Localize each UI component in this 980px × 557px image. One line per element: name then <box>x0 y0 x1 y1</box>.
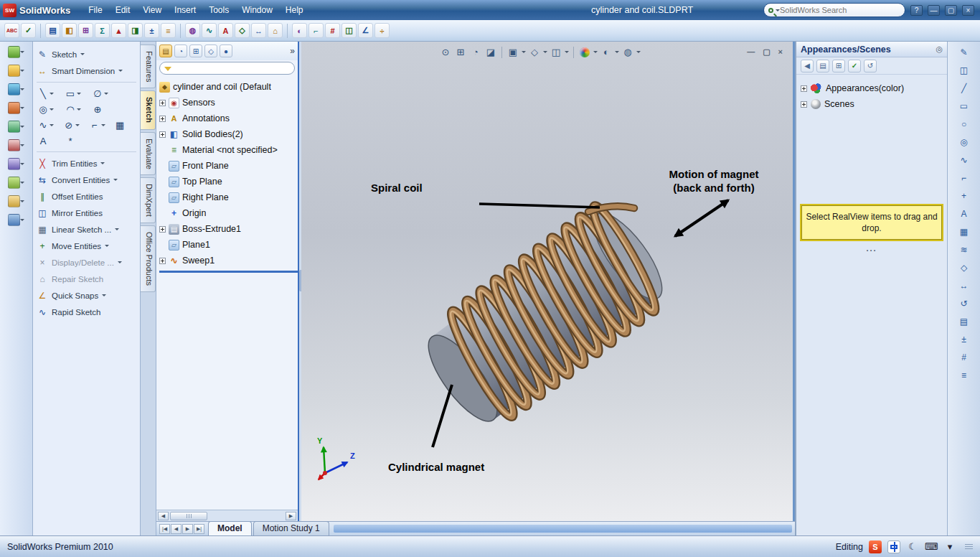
pattern-icon[interactable] <box>325 23 340 38</box>
sweep-icon[interactable] <box>202 23 217 38</box>
view-settings-button[interactable] <box>621 45 634 59</box>
minimize-button[interactable] <box>928 5 940 16</box>
document-close-button[interactable] <box>778 47 783 57</box>
sketch-tool[interactable]: Sketch <box>35 46 138 62</box>
left-toolbar-icon[interactable] <box>8 195 24 207</box>
chevron-down-icon[interactable] <box>20 107 24 111</box>
sketch-fillet-tool[interactable] <box>88 118 113 131</box>
tolerance-icon[interactable] <box>144 23 159 38</box>
ime-sogou-icon[interactable] <box>869 540 882 553</box>
left-toolbar-icon[interactable] <box>8 65 24 77</box>
appearances-node[interactable]: Appearances(color) <box>801 80 943 96</box>
tree-item-front-plane[interactable]: Front Plane <box>159 158 298 174</box>
next-tab-button[interactable] <box>182 524 193 534</box>
new-folder-icon[interactable] <box>832 60 845 72</box>
folder-icon[interactable] <box>816 60 829 72</box>
spellcheck-icon[interactable] <box>4 23 19 38</box>
ime-chinese-icon[interactable] <box>887 540 900 553</box>
model-canvas[interactable]: Spiral coil Motion of magnet (back and f… <box>301 42 795 521</box>
menu-window[interactable]: Window <box>235 2 279 18</box>
tree-horizontal-scrollbar[interactable] <box>156 510 298 521</box>
chevron-down-icon[interactable] <box>101 124 105 128</box>
toolbar-icon[interactable] <box>78 23 93 38</box>
menu-insert[interactable]: Insert <box>168 2 202 18</box>
expand-icon[interactable] <box>159 100 166 106</box>
chevron-down-icon[interactable] <box>522 51 526 55</box>
chevron-down-icon[interactable] <box>80 53 85 57</box>
tree-item-plane1[interactable]: Plane1 <box>159 237 298 253</box>
right-toolbar-icon[interactable] <box>958 225 971 238</box>
sketch-point-tool[interactable] <box>64 134 90 147</box>
display-style-button[interactable] <box>528 45 541 59</box>
right-toolbar-icon[interactable] <box>958 351 971 363</box>
edit-appearance-button[interactable] <box>578 45 591 59</box>
trim-entities-tool[interactable]: Trim Entities <box>35 155 138 172</box>
right-toolbar-icon[interactable] <box>958 333 971 345</box>
chevron-down-icon[interactable] <box>20 51 24 55</box>
scroll-right-button[interactable] <box>286 512 296 520</box>
chevron-down-icon[interactable] <box>115 228 119 233</box>
ime-moon-icon[interactable] <box>906 540 919 553</box>
section-icon[interactable] <box>292 23 307 38</box>
chevron-down-icon[interactable] <box>118 70 123 74</box>
tree-root-item[interactable]: cylinder and coil (Default <box>159 79 298 95</box>
chevron-down-icon[interactable] <box>20 144 24 149</box>
menu-tools[interactable]: Tools <box>202 2 235 18</box>
rapid-sketch-tool[interactable]: Rapid Sketch <box>35 304 138 320</box>
sketch-circle-tool[interactable] <box>37 103 62 116</box>
chevron-down-icon[interactable] <box>50 124 54 128</box>
chevron-down-icon[interactable] <box>77 93 81 97</box>
sketch-arc-tool[interactable] <box>64 103 90 116</box>
scrollbar-thumb[interactable] <box>170 512 207 520</box>
menu-file[interactable]: File <box>82 2 108 18</box>
chevron-down-icon[interactable] <box>615 51 619 55</box>
right-toolbar-icon[interactable] <box>958 243 971 256</box>
tree-item-sensors[interactable]: Sensors <box>159 95 298 111</box>
left-toolbar-icon[interactable] <box>8 177 24 189</box>
chevron-down-icon[interactable] <box>50 108 54 113</box>
save-palette-icon[interactable] <box>848 60 861 72</box>
scenes-node[interactable]: Scenes <box>801 96 943 112</box>
refresh-icon[interactable] <box>864 60 877 72</box>
sketch-line-tool[interactable] <box>37 87 62 100</box>
measure-icon[interactable] <box>251 23 266 38</box>
right-toolbar-icon[interactable] <box>958 315 971 327</box>
expand-icon[interactable] <box>801 85 807 92</box>
chevron-down-icon[interactable] <box>593 51 598 55</box>
tab-dimxpert[interactable]: DimXpert <box>141 177 156 223</box>
left-toolbar-icon[interactable] <box>8 139 24 151</box>
menu-view[interactable]: View <box>136 2 168 18</box>
tab-sketch[interactable]: Sketch <box>141 90 156 129</box>
right-toolbar-icon[interactable] <box>958 261 971 273</box>
display-delete-relations-tool[interactable]: Display/Delete ... <box>35 254 138 271</box>
expand-icon[interactable] <box>159 116 166 122</box>
sketch-grid-tool[interactable] <box>113 118 138 131</box>
tree-item-top-plane[interactable]: Top Plane <box>159 174 298 189</box>
right-toolbar-icon[interactable] <box>958 297 971 309</box>
toolbar-icon[interactable] <box>235 23 250 38</box>
move-entities-tool[interactable]: Move Entities <box>35 238 138 254</box>
help-button[interactable]: ? <box>910 5 923 16</box>
apply-scene-button[interactable] <box>600 45 613 59</box>
left-toolbar-icon[interactable] <box>8 121 24 133</box>
scroll-left-button[interactable] <box>158 512 169 520</box>
mirror-icon[interactable] <box>341 23 357 38</box>
tree-filter-box[interactable] <box>159 62 295 75</box>
previous-view-button[interactable] <box>469 45 482 59</box>
right-toolbar-icon[interactable] <box>958 172 971 184</box>
offset-entities-tool[interactable]: Offset Entities <box>35 188 138 205</box>
chevron-down-icon[interactable] <box>20 70 24 74</box>
chevron-down-icon[interactable] <box>102 294 106 299</box>
expand-icon[interactable] <box>801 101 807 108</box>
right-toolbar-icon[interactable] <box>958 64 971 76</box>
tab-office-products[interactable]: Office Products <box>141 225 156 292</box>
expand-icon[interactable] <box>159 131 166 138</box>
property-manager-tab[interactable] <box>174 45 187 57</box>
chevron-down-icon[interactable] <box>50 93 54 97</box>
toolbar-icon[interactable] <box>128 23 143 38</box>
chevron-down-icon[interactable] <box>20 182 24 186</box>
ime-keyboard-icon[interactable] <box>925 540 938 553</box>
quick-snaps-tool[interactable]: Quick Snaps <box>35 287 138 304</box>
chevron-down-icon[interactable] <box>77 108 81 113</box>
right-toolbar-icon[interactable] <box>958 207 971 220</box>
